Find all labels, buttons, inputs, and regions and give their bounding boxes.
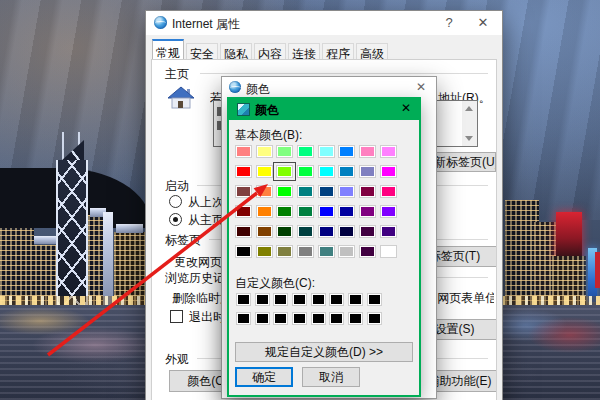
color-swatch[interactable]	[380, 165, 397, 178]
color-swatch[interactable]	[297, 225, 314, 238]
lit-rooftop	[116, 224, 143, 233]
color-swatch[interactable]	[338, 245, 355, 258]
ok-button[interactable]: 确定	[235, 367, 293, 387]
buildings-left	[0, 228, 34, 306]
boc-tower	[56, 160, 88, 305]
color-swatch[interactable]	[359, 165, 376, 178]
custom-color-swatch[interactable]	[273, 312, 288, 325]
custom-color-swatch[interactable]	[329, 312, 344, 325]
define-custom-colors-button[interactable]: 规定自定义颜色(D) >>	[235, 342, 413, 362]
color-swatch[interactable]	[380, 185, 397, 198]
scroll-down-icon[interactable]	[465, 136, 473, 141]
color-swatch[interactable]	[256, 185, 273, 198]
color-swatch[interactable]	[338, 185, 355, 198]
color-swatch[interactable]	[235, 205, 252, 218]
custom-color-swatch[interactable]	[255, 312, 270, 325]
window-title: Internet 属性	[172, 16, 240, 33]
close-button[interactable]: ✕	[468, 11, 498, 35]
color-swatch[interactable]	[338, 205, 355, 218]
color-swatch[interactable]	[359, 245, 376, 258]
color-dialog-icon	[237, 103, 250, 116]
custom-color-swatch[interactable]	[348, 293, 363, 306]
lit-rooftop	[34, 236, 56, 244]
color-swatch[interactable]	[276, 205, 293, 218]
color-dialog-titlebar[interactable]: 颜色 ✕	[229, 99, 419, 120]
home-section-label: 主页	[165, 66, 189, 83]
custom-colors-grid	[236, 293, 384, 325]
color-swatch[interactable]	[359, 205, 376, 218]
color-swatch[interactable]	[235, 145, 252, 158]
outer-dialog-title: 颜色	[246, 81, 270, 98]
red-neon-sign	[595, 252, 600, 288]
custom-color-swatch[interactable]	[236, 293, 251, 306]
color-swatch[interactable]	[276, 145, 293, 158]
color-swatch[interactable]	[235, 225, 252, 238]
color-swatch[interactable]	[338, 165, 355, 178]
basic-colors-label: 基本颜色(B):	[235, 127, 302, 144]
color-swatch[interactable]	[297, 145, 314, 158]
color-swatch[interactable]	[297, 245, 314, 258]
color-swatch[interactable]	[338, 225, 355, 238]
color-swatch[interactable]	[256, 145, 273, 158]
color-swatch[interactable]	[380, 225, 397, 238]
color-swatch[interactable]	[297, 205, 314, 218]
section-divider	[200, 73, 488, 74]
tab-strip: 常规安全隐私内容连接程序高级	[152, 39, 390, 60]
color-swatch[interactable]	[256, 245, 273, 258]
color-swatch[interactable]	[359, 145, 376, 158]
color-swatch[interactable]	[318, 145, 335, 158]
color-swatch[interactable]	[318, 165, 335, 178]
custom-color-swatch[interactable]	[273, 293, 288, 306]
scroll-up-icon[interactable]	[465, 106, 473, 111]
custom-color-swatch[interactable]	[329, 293, 344, 306]
color-swatch[interactable]	[359, 225, 376, 238]
textarea-scrollbar[interactable]	[462, 101, 477, 146]
close-icon[interactable]: ✕	[401, 101, 411, 115]
ie-icon	[154, 16, 167, 29]
basic-colors-grid	[235, 145, 397, 258]
custom-color-swatch[interactable]	[292, 312, 307, 325]
color-swatch[interactable]	[380, 145, 397, 158]
color-swatch[interactable]	[297, 185, 314, 198]
color-swatch[interactable]	[318, 245, 335, 258]
color-swatch[interactable]	[276, 225, 293, 238]
radio-start-home[interactable]	[169, 213, 182, 226]
home-icon	[167, 86, 195, 110]
color-swatch[interactable]	[359, 185, 376, 198]
color-swatch[interactable]	[235, 245, 252, 258]
color-swatch[interactable]	[276, 185, 293, 198]
white-tower	[103, 212, 113, 306]
cancel-button[interactable]: 取消	[302, 367, 360, 387]
color-swatch[interactable]	[235, 185, 252, 198]
color-swatch[interactable]	[276, 165, 293, 178]
color-swatch[interactable]	[318, 225, 335, 238]
color-swatch[interactable]	[318, 205, 335, 218]
color-swatch[interactable]	[256, 205, 273, 218]
custom-color-swatch[interactable]	[348, 312, 363, 325]
close-icon[interactable]: ✕	[416, 80, 426, 94]
color-swatch[interactable]	[256, 165, 273, 178]
buildings-left	[114, 232, 145, 306]
custom-color-swatch[interactable]	[311, 312, 326, 325]
color-swatch[interactable]	[297, 165, 314, 178]
color-swatch[interactable]	[338, 145, 355, 158]
color-swatch[interactable]	[380, 205, 397, 218]
color-dialog: 颜色 ✕ 基本颜色(B): 自定义颜色(C): 规定自定义颜色(D) >> 确定…	[227, 97, 421, 397]
radio-last-session[interactable]	[169, 195, 182, 208]
color-swatch[interactable]	[318, 185, 335, 198]
help-button[interactable]: ?	[434, 11, 464, 35]
custom-color-swatch[interactable]	[292, 293, 307, 306]
boc-antenna	[62, 132, 64, 162]
color-swatch[interactable]	[380, 245, 397, 258]
color-swatch[interactable]	[276, 245, 293, 258]
custom-color-swatch[interactable]	[367, 293, 382, 306]
custom-color-swatch[interactable]	[255, 293, 270, 306]
custom-color-swatch[interactable]	[311, 293, 326, 306]
delete-on-exit-checkbox[interactable]	[170, 310, 183, 323]
window-titlebar[interactable]: Internet 属性 ? ✕	[146, 11, 502, 35]
custom-color-swatch[interactable]	[367, 312, 382, 325]
custom-color-swatch[interactable]	[236, 312, 251, 325]
color-swatch[interactable]	[256, 225, 273, 238]
color-swatch[interactable]	[235, 165, 252, 178]
color-dialog-icon	[229, 81, 241, 93]
